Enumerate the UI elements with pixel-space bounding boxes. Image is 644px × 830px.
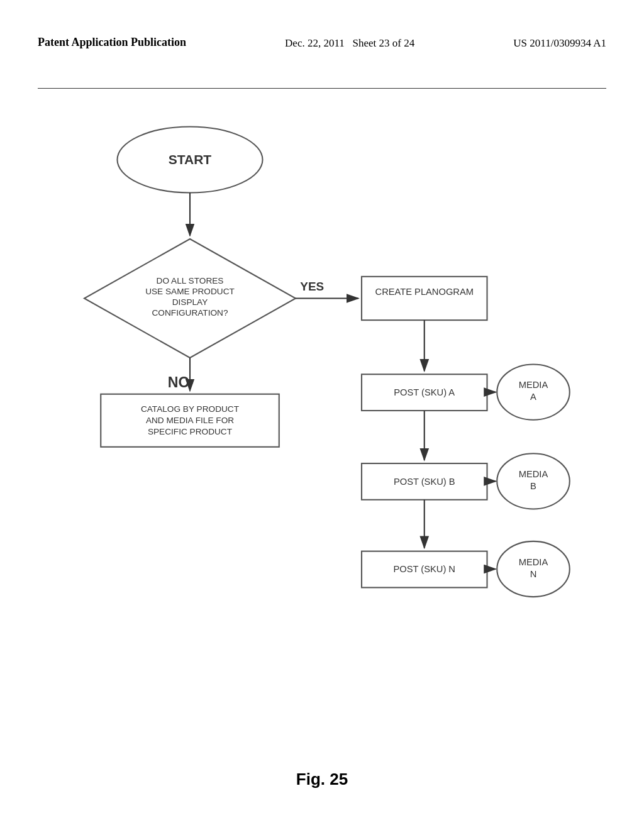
page-header: Patent Application Publication Dec. 22, … xyxy=(0,35,644,52)
media-b-label-line2: B xyxy=(530,481,536,491)
post-sku-n-label: POST (SKU) N xyxy=(394,564,455,574)
no-label: NO xyxy=(168,374,190,390)
figure-label: Fig. 25 xyxy=(296,770,348,789)
yes-label: YES xyxy=(300,280,324,293)
decision-label-line2: USE SAME PRODUCT xyxy=(145,287,235,296)
decision-label-line3: DISPLAY xyxy=(172,297,208,307)
sheet-label: Sheet 23 of 24 xyxy=(353,37,415,49)
patent-number-label: US 2011/0309934 A1 xyxy=(513,35,606,52)
start-label: START xyxy=(169,152,212,167)
catalog-label-line3: SPECIFIC PRODUCT xyxy=(148,427,233,436)
post-sku-b-label: POST (SKU) B xyxy=(394,477,455,487)
date-label: Dec. 22, 2011 xyxy=(285,37,345,49)
date-sheet-label: Dec. 22, 2011 Sheet 23 of 24 xyxy=(285,35,414,52)
flowchart-container: START DO ALL STORES USE SAME PRODUCT DIS… xyxy=(38,107,606,767)
media-a-label-line2: A xyxy=(530,392,536,402)
media-a-label-line1: MEDIA xyxy=(519,380,548,390)
catalog-label-line2: AND MEDIA FILE FOR xyxy=(146,416,234,425)
media-n-label-line1: MEDIA xyxy=(519,557,548,567)
post-sku-a-label: POST (SKU) A xyxy=(394,387,455,397)
create-planogram-label-line1: CREATE PLANOGRAM xyxy=(375,287,474,297)
decision-label-line4: CONFIGURATION? xyxy=(152,308,228,318)
media-n-label-line2: N xyxy=(530,569,537,579)
media-b-label-line1: MEDIA xyxy=(519,469,548,479)
publication-label: Patent Application Publication xyxy=(38,35,186,50)
flowchart-svg: START DO ALL STORES USE SAME PRODUCT DIS… xyxy=(38,107,606,767)
create-planogram-shape xyxy=(362,277,487,320)
decision-label-line1: DO ALL STORES xyxy=(157,276,224,285)
header-divider xyxy=(38,88,606,89)
catalog-label-line1: CATALOG BY PRODUCT xyxy=(141,404,240,414)
